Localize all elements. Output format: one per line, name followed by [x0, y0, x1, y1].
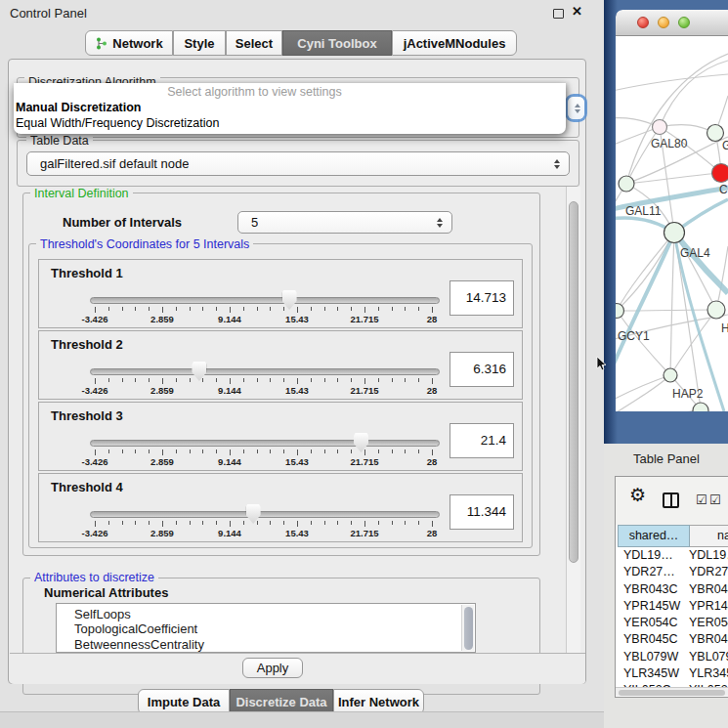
column-header-shared-name[interactable]: shared… — [618, 525, 690, 547]
tick-mark — [392, 521, 393, 525]
panel-vertical-scrollbar[interactable] — [566, 187, 580, 653]
checkbox-icon[interactable]: ☑ — [709, 494, 721, 506]
tick-mark — [135, 521, 136, 525]
num-intervals-combobox[interactable]: 5 — [237, 211, 452, 234]
list-item[interactable]: BetweennessCentrality — [57, 637, 475, 652]
cell-name: YPR145W — [689, 599, 728, 613]
network-node[interactable] — [653, 120, 667, 135]
table-data-title: Table Data — [26, 134, 93, 148]
network-window-titlebar[interactable] — [616, 10, 728, 36]
tick-mark — [149, 450, 150, 453]
network-edge — [616, 375, 670, 405]
tab-select[interactable]: Select — [226, 30, 282, 56]
tick-mark — [230, 450, 231, 455]
column-header-name[interactable]: name — [690, 525, 728, 547]
cell-shared-name: YDL19… — [623, 548, 688, 562]
close-icon[interactable]: ✕ — [572, 4, 582, 19]
tick-mark — [190, 521, 191, 525]
network-node[interactable] — [707, 125, 724, 142]
checkbox-icon[interactable]: ☑ — [696, 494, 707, 506]
threshold-value-field[interactable]: 11.344 — [450, 494, 514, 530]
network-node[interactable] — [707, 301, 725, 319]
table-row[interactable]: YPR145WYPR145W — [616, 598, 728, 615]
table-row[interactable]: YER054CYER054C — [616, 615, 728, 631]
tick-mark — [432, 450, 433, 455]
tick-mark — [311, 307, 312, 311]
table-row[interactable]: YBR045CYBR045C — [616, 631, 728, 648]
threshold-value-field[interactable]: 21.4 — [450, 423, 514, 458]
tick-mark — [364, 307, 365, 313]
slider-thumb[interactable] — [354, 433, 368, 452]
list-item[interactable]: SelfLoops — [57, 607, 475, 621]
table-row[interactable]: YDR27…YDR27… — [616, 564, 728, 580]
tab-label: Infer Network — [338, 695, 419, 709]
tab-network[interactable]: Network — [85, 30, 173, 56]
threshold-slider[interactable] — [90, 297, 440, 304]
network-node[interactable] — [616, 304, 624, 319]
dropdown-item-equal-width[interactable]: Equal Width/Frequency Discretization — [16, 116, 219, 130]
tab-label: Impute Data — [148, 695, 220, 709]
list-item[interactable]: TopologicalCoefficient — [57, 621, 475, 636]
tick-mark — [351, 307, 352, 311]
scrollbar-thumb[interactable] — [619, 690, 725, 696]
column-layout-icon[interactable] — [663, 492, 679, 508]
tick-mark — [243, 378, 244, 382]
slider-thumb[interactable] — [246, 504, 261, 524]
combo-arrows-icon — [575, 104, 580, 113]
cell-name: YBR043C — [689, 582, 728, 596]
tick-mark — [378, 521, 379, 525]
attribute-list-scrollbar[interactable] — [461, 605, 474, 651]
tab-cyni-toolbox[interactable]: Cyni Toolbox — [282, 30, 392, 56]
tick-mark — [162, 450, 163, 455]
scrollbar-thumb[interactable] — [569, 201, 578, 563]
network-canvas[interactable]: GAL80GAL11GAL4GCY1HAP2GACH — [616, 36, 728, 411]
cell-shared-name: YBL079W — [623, 650, 688, 664]
gear-icon[interactable]: ⚙ — [629, 484, 646, 506]
tick-mark — [135, 450, 136, 453]
network-node[interactable] — [664, 368, 677, 382]
threshold-slider[interactable] — [90, 440, 440, 447]
network-node[interactable] — [664, 223, 685, 243]
tick-mark — [216, 521, 217, 525]
tick-mark — [162, 521, 163, 527]
dropdown-item-manual[interactable]: Manual Discretization — [16, 101, 142, 114]
threshold-value-field[interactable]: 14.713 — [450, 280, 514, 316]
tick-mark — [378, 450, 379, 453]
table-data-combobox[interactable]: galFiltered.sif default node — [26, 151, 570, 176]
algorithm-combobox[interactable] — [568, 97, 584, 119]
threshold-slider[interactable] — [90, 368, 440, 375]
table-panel-title: Table Panel — [633, 451, 700, 466]
network-view-window: GAL80GAL11GAL4GCY1HAP2GACH — [616, 10, 728, 411]
tick-mark — [283, 450, 284, 453]
tick-mark — [243, 521, 244, 525]
tick-mark — [405, 450, 406, 453]
slider-thumb[interactable] — [192, 362, 206, 381]
tab-style[interactable]: Style — [173, 30, 226, 56]
minimize-traffic-light[interactable] — [658, 17, 669, 28]
tick-mark — [337, 450, 338, 453]
table-row[interactable]: YBR043CYBR043C — [616, 581, 728, 598]
threshold-value-field[interactable]: 6.316 — [450, 352, 514, 387]
table-row[interactable]: YBL079WYBL079W — [616, 649, 728, 665]
zoom-traffic-light[interactable] — [678, 17, 690, 28]
threshold-label: Threshold 2 — [51, 337, 123, 352]
threshold-slider[interactable] — [90, 511, 440, 518]
network-edge — [660, 61, 728, 127]
float-window-icon[interactable] — [553, 9, 564, 19]
table-row[interactable]: YLR345WYLR345W — [616, 665, 728, 682]
tick-mark — [337, 521, 338, 525]
network-edge — [626, 127, 660, 184]
tick-label: 9.144 — [205, 385, 254, 396]
table-row[interactable]: YDL19…YDL19… — [616, 547, 728, 564]
tab-label: Network — [112, 36, 162, 51]
tick-label: 21.715 — [340, 528, 389, 538]
tick-mark — [122, 378, 123, 382]
tick-label: -3.426 — [70, 385, 119, 396]
close-traffic-light[interactable] — [637, 17, 649, 28]
network-node[interactable] — [619, 176, 634, 192]
tab-jactivemnodules[interactable]: jActiveMNodules — [392, 30, 517, 56]
apply-button[interactable]: Apply — [242, 658, 303, 678]
table-horizontal-scrollbar[interactable] — [616, 687, 728, 696]
cell-name: YLR345W — [689, 666, 728, 680]
network-node[interactable] — [712, 164, 728, 183]
